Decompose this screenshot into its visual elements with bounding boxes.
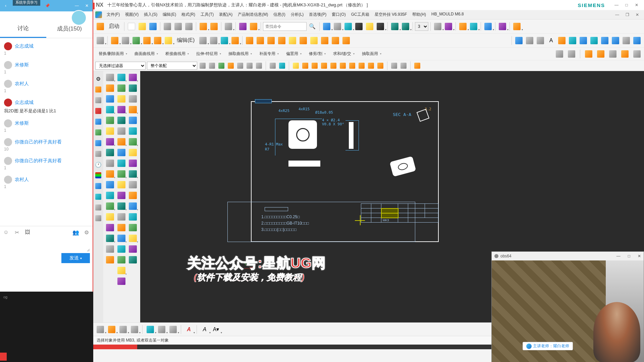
vt-btn[interactable] [127, 115, 138, 125]
rail-www-icon[interactable] [94, 149, 102, 159]
vt-btn[interactable] [116, 94, 127, 104]
toolbar-text-btn[interactable]: 桥接曲线用 [162, 50, 192, 58]
vt-btn[interactable] [116, 233, 127, 243]
t2-b1-icon[interactable] [287, 36, 298, 46]
search-input[interactable] [263, 22, 307, 31]
vt-btn[interactable] [127, 83, 138, 93]
doc-restore-button[interactable]: ❐ [623, 11, 632, 18]
obs-minimize-icon[interactable]: — [616, 254, 621, 258]
vt-btn[interactable] [116, 158, 127, 168]
vt-btn[interactable] [127, 190, 138, 200]
snap-intersect-icon[interactable] [367, 62, 375, 70]
t3-c2-icon[interactable] [596, 49, 606, 59]
f-b9-icon[interactable] [278, 62, 286, 70]
t2-text-icon[interactable]: A [546, 36, 556, 46]
box-icon[interactable] [343, 21, 353, 32]
vt-btn[interactable] [116, 212, 127, 222]
chat-item[interactable]: 农村人1 [0, 173, 93, 192]
f-extra1-icon[interactable] [390, 62, 398, 70]
snap-face-icon[interactable] [292, 62, 300, 70]
f-extra2-icon[interactable] [399, 62, 408, 70]
rail-probe-icon[interactable] [94, 181, 102, 191]
rail-sheet-icon[interactable] [94, 202, 102, 213]
t2-datum-icon[interactable] [95, 36, 105, 46]
toolbar-text-btn[interactable]: 曲面曲线用 [131, 50, 161, 58]
t2-b2-icon[interactable] [298, 36, 308, 46]
obs-close-icon[interactable]: ✕ [638, 254, 641, 258]
f-b6-icon[interactable] [246, 62, 254, 70]
vt-btn[interactable] [105, 255, 115, 265]
undo-icon[interactable] [198, 21, 208, 32]
menu-item[interactable]: HB_MOULD M6.8 [429, 10, 467, 19]
measure-icon[interactable] [238, 21, 248, 32]
t2-c2-icon[interactable] [589, 36, 599, 46]
filter-scope-combo[interactable]: 整个装配 [147, 62, 197, 70]
t2-trim-icon[interactable] [209, 36, 219, 46]
t2-unite-icon[interactable] [245, 36, 255, 46]
t3-scale-icon[interactable] [567, 49, 577, 59]
t3-c5-icon[interactable] [632, 49, 642, 59]
toolbar-text-btn[interactable]: 修剪/割 [306, 50, 329, 58]
vt-btn[interactable] [127, 244, 138, 254]
bt-7-icon[interactable] [168, 324, 178, 335]
t2-mirror-icon[interactable] [142, 36, 152, 46]
filter-type-combo[interactable]: 无选择过滤器 [95, 62, 146, 70]
t2-b6-icon[interactable] [341, 36, 351, 46]
menu-item[interactable]: 装配(A) [216, 10, 235, 19]
doc-close-button[interactable]: ✕ [633, 11, 642, 18]
bg-icon[interactable] [375, 21, 385, 32]
vt-btn[interactable] [116, 244, 127, 254]
menu-item[interactable]: 窗口(O) [329, 10, 348, 19]
f-b3-icon[interactable] [217, 62, 225, 70]
vt-btn[interactable] [105, 244, 115, 254]
rail-list-icon[interactable] [94, 213, 102, 223]
taskbar-app-icon[interactable] [0, 353, 7, 361]
vt-btn[interactable] [116, 105, 127, 115]
t2-pattern-icon[interactable] [131, 36, 141, 46]
rail-clock-icon[interactable]: 🕐 [94, 160, 102, 170]
snap-perp-icon[interactable] [376, 62, 384, 70]
snap-center-icon[interactable] [348, 62, 356, 70]
redo-icon[interactable] [209, 21, 219, 32]
menu-item[interactable]: 视图(V) [122, 10, 141, 19]
chat-item[interactable]: 你微自己的样子真好看1 [0, 154, 93, 173]
feat3-icon[interactable] [458, 21, 468, 32]
vt-btn[interactable] [105, 83, 115, 93]
vt-btn[interactable] [127, 94, 138, 104]
t3-mirror-icon[interactable] [554, 49, 565, 59]
vt-btn[interactable] [127, 147, 138, 158]
vt-btn[interactable] [116, 265, 127, 276]
copy-icon[interactable] [173, 21, 183, 32]
gear-icon[interactable]: ⚙ [83, 229, 90, 236]
t2-spline-icon[interactable] [557, 36, 567, 46]
vt-btn[interactable] [116, 190, 127, 200]
vt-btn[interactable] [116, 276, 127, 286]
vt-btn[interactable] [127, 158, 138, 168]
t2-subtract-icon[interactable] [255, 36, 265, 46]
t3-c1-icon[interactable] [584, 49, 594, 59]
t2-line-icon[interactable] [514, 36, 524, 46]
t2-hole-icon[interactable] [120, 36, 130, 46]
toolbar-text-btn[interactable]: 抽取面用 [359, 50, 385, 58]
vt-btn[interactable] [127, 212, 138, 222]
vt-btn[interactable] [105, 233, 115, 243]
vt-btn[interactable] [127, 105, 138, 115]
minimize-button[interactable]: — [612, 1, 621, 9]
feat5-icon[interactable] [483, 21, 493, 32]
chat-item[interactable]: 众志成城1 [0, 40, 93, 58]
chat-item[interactable]: 米修斯1 [0, 117, 93, 135]
vt-btn[interactable] [105, 223, 115, 233]
t2-b3-icon[interactable] [309, 36, 319, 46]
back-icon[interactable]: ‹ [3, 3, 9, 9]
vt-btn[interactable] [105, 137, 115, 147]
rail-nav-icon[interactable] [94, 84, 102, 95]
vt-btn[interactable] [105, 115, 115, 125]
vt-btn[interactable] [105, 180, 115, 190]
vt-btn[interactable] [127, 201, 138, 211]
view-icon[interactable] [223, 21, 233, 32]
menu-item[interactable]: 星空外挂 V6.935F [372, 10, 410, 19]
t2-c1-icon[interactable] [578, 36, 588, 46]
menu-item[interactable]: 插入(S) [141, 10, 160, 19]
vt-btn[interactable] [116, 223, 127, 233]
search-go-icon[interactable]: 🔍 [307, 21, 317, 32]
